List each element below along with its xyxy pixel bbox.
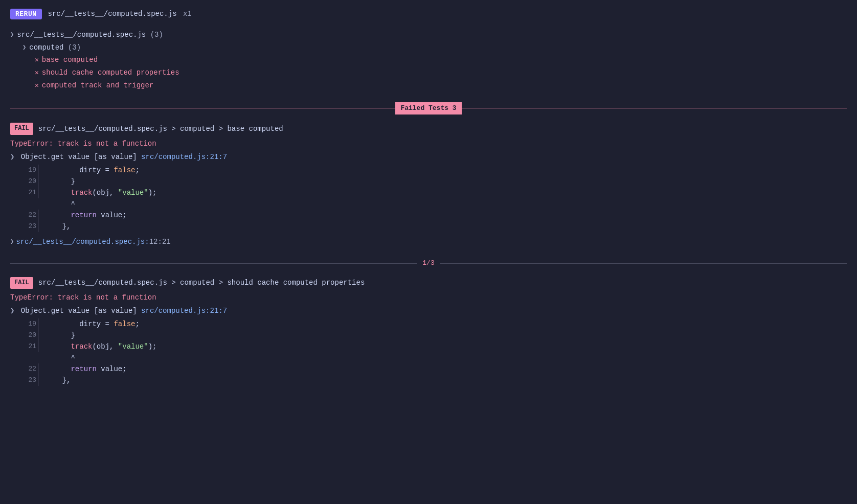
suite-label: computed (3) — [29, 42, 81, 53]
computed-suite-item[interactable]: ❯ computed (3) — [22, 41, 847, 54]
fail-block-2: FAIL src/__tests__/computed.spec.js > co… — [10, 277, 847, 386]
fail-x-icon: ✕ — [35, 81, 39, 91]
pagination-label: 1/3 — [417, 258, 439, 269]
list-item: ✕ computed track and trigger — [35, 79, 847, 92]
tree-subtree: ❯ computed (3) ✕ base computed ✕ should … — [22, 41, 847, 92]
code-line: 21 track(obj, "value"); — [20, 187, 847, 198]
code-caret-line: ^ — [20, 198, 847, 210]
chevron-right-icon: ❯ — [10, 30, 14, 40]
error-message-2: TypeError: track is not a function — [10, 292, 847, 303]
stack-ref-1: ❯ src/__tests__/computed.spec.js:12:21 — [10, 236, 847, 247]
code-line: 23 }, — [20, 221, 847, 232]
chevron-right-icon: ❯ — [22, 43, 26, 53]
code-line: 21 track(obj, "value"); — [20, 341, 847, 352]
fail-item-label: base computed — [42, 54, 98, 65]
fail-header-2: FAIL src/__tests__/computed.spec.js > co… — [10, 277, 847, 289]
chevron-right-icon: ❯ — [10, 307, 19, 315]
section-divider-1-3: 1/3 — [10, 258, 847, 269]
failed-tests-label: Failed Tests 3 — [395, 102, 461, 115]
chevron-right-icon: ❯ — [10, 153, 19, 161]
fail-title-2: src/__tests__/computed.spec.js > compute… — [38, 277, 365, 288]
fail-badge-2: FAIL — [10, 277, 33, 289]
code-block-1: 19 dirty = false; 20 } 21 track(obj, "va… — [20, 165, 847, 232]
fail-item-label: computed track and trigger — [42, 80, 153, 91]
code-block-2: 19 dirty = false; 20 } 21 track(obj, "va… — [20, 318, 847, 386]
top-bar: RERUN src/__tests__/computed.spec.js x1 — [10, 8, 847, 19]
fail-title-1: src/__tests__/computed.spec.js > compute… — [38, 123, 283, 134]
code-line: 22 return value; — [20, 210, 847, 221]
file-ref-label: src/__tests__/computed.spec.js:12:21 — [16, 236, 170, 247]
rerun-button[interactable]: RERUN — [10, 9, 42, 19]
fail-x-icon: ✕ — [35, 55, 39, 66]
root-file-label: src/__tests__/computed.spec.js (3) — [17, 29, 163, 40]
fail-items-list: ✕ base computed ✕ should cache computed … — [35, 54, 847, 91]
fail-item-label: should cache computed properties — [42, 67, 179, 78]
code-line: 20 } — [20, 330, 847, 341]
stack-trace-2: ❯ Object.get value [as value] src/comput… — [10, 305, 847, 316]
stack-trace-1: ❯ Object.get value [as value] src/comput… — [10, 151, 847, 163]
code-line: 20 } — [20, 176, 847, 187]
failed-tests-divider: Failed Tests 3 — [10, 102, 847, 115]
code-caret-line: ^ — [20, 352, 847, 363]
code-line: 22 return value; — [20, 363, 847, 375]
fail-header-1: FAIL src/__tests__/computed.spec.js > co… — [10, 123, 847, 134]
error-message-1: TypeError: track is not a function — [10, 138, 847, 149]
tree-root-item[interactable]: ❯ src/__tests__/computed.spec.js (3) — [10, 29, 847, 41]
code-line: 19 dirty = false; — [20, 165, 847, 176]
divider-line-left — [10, 108, 395, 108]
section-divider-line-right — [440, 263, 847, 264]
code-line: 23 }, — [20, 375, 847, 386]
list-item: ✕ base computed — [35, 54, 847, 66]
test-tree: ❯ src/__tests__/computed.spec.js (3) ❯ c… — [10, 29, 847, 91]
list-item: ✕ should cache computed properties — [35, 66, 847, 79]
code-line: 19 dirty = false; — [20, 318, 847, 330]
fail-x-icon: ✕ — [35, 68, 39, 79]
fail-block-1: FAIL src/__tests__/computed.spec.js > co… — [10, 123, 847, 247]
divider-line-right — [462, 108, 847, 108]
chevron-right-icon: ❯ — [10, 237, 14, 247]
section-divider-line-left — [10, 263, 417, 264]
file-path-label: src/__tests__/computed.spec.js x1 — [48, 8, 192, 19]
fail-badge-1: FAIL — [10, 123, 33, 134]
